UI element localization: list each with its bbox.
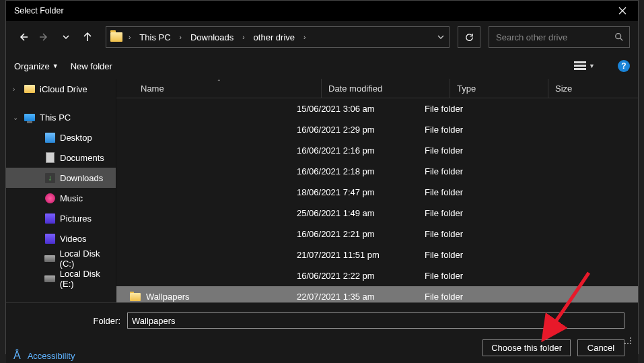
chevron-right-icon: › (176, 34, 185, 41)
navigation-toolbar: › This PC › Downloads › other drive › (6, 21, 638, 53)
row-type: File folder (418, 145, 515, 156)
navigation-tree[interactable]: ›iCloud Drive⌄This PC›Desktop›Documents›… (6, 79, 116, 302)
chevron-right-icon: › (125, 34, 134, 41)
breadcrumb-seg-2[interactable]: other drive (251, 32, 297, 42)
row-date: 18/06/2021 7:47 pm (290, 187, 418, 197)
row-date: 16/06/2021 2:21 pm (290, 229, 418, 239)
row-name: Wallpapers (146, 292, 190, 302)
help-button[interactable]: ? (618, 60, 630, 72)
organize-label: Organize (14, 61, 50, 71)
chevron-right-icon: › (239, 34, 248, 41)
search-box[interactable] (489, 26, 630, 48)
file-list: Name⌃ Date modified Type Size 15/06/2021… (116, 79, 638, 302)
chevron-right-icon: › (300, 34, 309, 41)
back-button[interactable] (14, 28, 32, 46)
close-button[interactable] (607, 1, 638, 21)
folder-name-input[interactable] (127, 312, 624, 329)
row-date: 15/06/2021 3:06 am (290, 104, 418, 114)
tree-item-music[interactable]: ›Music (6, 188, 116, 208)
pc-icon (24, 111, 36, 123)
arrow-left-icon (17, 32, 28, 42)
table-row[interactable]: 16/06/2021 2:16 pmFile folder (116, 140, 638, 161)
table-row[interactable]: 15/06/2021 3:06 amFile folder (116, 98, 638, 119)
row-type: File folder (418, 166, 515, 176)
row-type: File folder (418, 187, 515, 197)
dropdown-arrow-icon: ▼ (52, 63, 59, 69)
refresh-icon (464, 32, 474, 42)
tree-item-label: Music (60, 193, 83, 203)
tree-item-videos[interactable]: ›Videos (6, 228, 116, 249)
svg-rect-3 (574, 68, 586, 70)
column-name[interactable]: Name⌃ (116, 79, 322, 98)
row-date: 16/06/2021 2:16 pm (290, 145, 418, 156)
breadcrumb-seg-0[interactable]: This PC (137, 32, 173, 42)
address-bar[interactable]: › This PC › Downloads › other drive › (106, 26, 450, 48)
search-input[interactable] (495, 32, 614, 43)
close-icon (618, 7, 627, 15)
select-folder-dialog: Select Folder › This PC › Downloads › ot… (5, 0, 639, 354)
table-row[interactable]: Wallpapers22/07/2021 1:35 amFile folder (116, 286, 638, 302)
up-button[interactable] (79, 28, 96, 46)
column-type[interactable]: Type (450, 79, 548, 98)
row-type: File folder (418, 250, 515, 260)
breadcrumb-seg-1[interactable]: Downloads (188, 32, 236, 42)
choose-folder-button[interactable]: Choose this folder (482, 339, 571, 356)
svg-rect-2 (574, 65, 586, 67)
column-size[interactable]: Size (548, 79, 638, 98)
recent-button[interactable] (57, 28, 75, 46)
search-icon (614, 32, 624, 42)
tree-item-downloads[interactable]: ›Downloads (6, 168, 116, 188)
arrow-right-icon (39, 32, 50, 42)
docs-icon (44, 152, 56, 164)
pics-icon (44, 212, 56, 224)
new-folder-button[interactable]: New folder (71, 61, 112, 71)
row-date: 16/06/2021 2:22 pm (290, 271, 418, 281)
row-type: File folder (418, 208, 515, 218)
row-type: File folder (418, 271, 515, 281)
table-row[interactable]: 16/06/2021 2:18 pmFile folder (116, 161, 638, 182)
view-options-button[interactable]: ▼ (570, 59, 599, 73)
background-item: Å Accessibility (13, 350, 75, 362)
tree-item-desktop[interactable]: ›Desktop (6, 127, 116, 147)
resize-grip[interactable] (624, 337, 631, 344)
row-date: 16/06/2021 2:29 pm (290, 125, 418, 135)
cancel-button[interactable]: Cancel (577, 339, 624, 356)
bottom-panel: Folder: Choose this folder Cancel (6, 302, 638, 363)
tree-item-icloud-drive[interactable]: ›iCloud Drive (6, 79, 116, 99)
column-headers: Name⌃ Date modified Type Size (116, 79, 638, 98)
table-row[interactable]: 16/06/2021 2:22 pmFile folder (116, 265, 638, 286)
tree-item-label: Videos (60, 234, 87, 244)
dialog-title: Select Folder (14, 6, 607, 15)
column-date[interactable]: Date modified (322, 79, 450, 98)
tree-item-this-pc[interactable]: ⌄This PC (6, 107, 116, 127)
tree-item-label: This PC (40, 112, 71, 123)
organize-button[interactable]: Organize ▼ (14, 61, 59, 71)
sort-asc-icon: ⌃ (217, 79, 221, 85)
tree-item-label: Documents (60, 153, 104, 163)
table-row[interactable]: 16/06/2021 2:29 pmFile folder (116, 119, 638, 140)
tree-item-documents[interactable]: ›Documents (6, 147, 116, 168)
folder-icon (130, 293, 141, 301)
dropdown-arrow-icon: ▼ (589, 63, 595, 69)
table-row[interactable]: 16/06/2021 2:21 pmFile folder (116, 224, 638, 244)
table-row[interactable]: 21/07/2021 11:51 pmFile folder (116, 244, 638, 265)
row-type: File folder (418, 104, 515, 114)
tree-item-label: iCloud Drive (40, 84, 87, 94)
disk-icon (44, 253, 56, 265)
chevron-down-icon[interactable] (437, 33, 445, 41)
tree-item-local-disk-e-[interactable]: ›Local Disk (E:) (6, 269, 116, 289)
tree-item-pictures[interactable]: ›Pictures (6, 208, 116, 228)
down-icon (44, 172, 56, 184)
folder-field-label: Folder: (46, 316, 120, 326)
tree-item-label: Local Disk (C:) (60, 249, 116, 269)
table-row[interactable]: 25/06/2021 1:49 amFile folder (116, 203, 638, 224)
refresh-button[interactable] (458, 26, 480, 48)
forward-button[interactable] (36, 28, 53, 46)
table-row[interactable]: 18/06/2021 7:47 pmFile folder (116, 182, 638, 203)
folder-icon (110, 32, 122, 42)
row-type: File folder (418, 125, 515, 135)
titlebar: Select Folder (6, 1, 638, 21)
tree-item-label: Downloads (60, 173, 103, 183)
tree-item-local-disk-c-[interactable]: ›Local Disk (C:) (6, 249, 116, 269)
list-view-icon (574, 61, 586, 71)
